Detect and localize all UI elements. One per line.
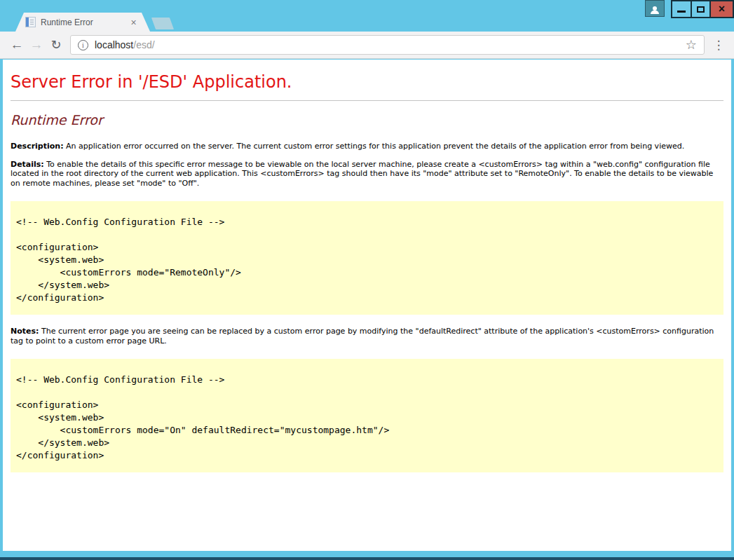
browser-toolbar: ← → ↻ i localhost/esd/ ☆ ⋮ — [0, 32, 734, 59]
maximize-icon — [697, 6, 705, 13]
notes-text: The current error page you are seeing ca… — [11, 327, 714, 346]
window-close-button[interactable]: × — [709, 0, 734, 18]
profile-avatar-button[interactable] — [645, 0, 665, 17]
notes-label: Notes: — [11, 327, 39, 336]
reload-button[interactable]: ↻ — [46, 35, 66, 55]
page-info-icon[interactable]: i — [78, 40, 88, 50]
url-host: localhost — [95, 39, 133, 50]
web-config-code-block-2: <!-- Web.Config Configuration File --> <… — [11, 359, 723, 472]
description-label: Description: — [11, 142, 64, 151]
description-paragraph: Description: An application error occurr… — [11, 142, 723, 151]
page-favicon-icon — [25, 17, 36, 27]
error-subtitle: Runtime Error — [11, 112, 723, 128]
details-text: To enable the details of this specific e… — [11, 160, 713, 188]
maximize-button[interactable] — [691, 0, 711, 18]
tab-strip: Runtime Error × × — [0, 0, 734, 32]
details-paragraph: Details: To enable the details of this s… — [11, 160, 723, 189]
tab-close-icon[interactable]: × — [128, 17, 139, 27]
browser-menu-icon[interactable]: ⋮ — [712, 38, 726, 53]
forward-icon: → — [30, 37, 43, 53]
title-divider — [11, 100, 723, 101]
notes-paragraph: Notes: The current error page you are se… — [11, 327, 723, 346]
back-button[interactable]: ← — [7, 35, 27, 55]
new-tab-button[interactable] — [151, 18, 174, 29]
bookmark-star-icon[interactable]: ☆ — [686, 37, 697, 53]
back-icon: ← — [11, 37, 24, 53]
browser-tab[interactable]: Runtime Error × — [15, 13, 150, 32]
forward-button[interactable]: → — [27, 35, 46, 55]
window-bottom-border — [0, 557, 734, 560]
web-config-code-block-1: <!-- Web.Config Configuration File --> <… — [11, 201, 723, 315]
window-controls: × — [645, 0, 734, 18]
minimize-icon — [677, 11, 686, 13]
reload-icon: ↻ — [50, 37, 61, 53]
url-text: localhost/esd/ — [95, 39, 155, 50]
page-title: Server Error in '/ESD' Application. — [11, 72, 723, 92]
address-bar[interactable]: i localhost/esd/ ☆ — [70, 35, 705, 55]
details-label: Details: — [11, 160, 44, 169]
error-page: Server Error in '/ESD' Application. Runt… — [3, 60, 731, 490]
minimize-button[interactable] — [671, 0, 692, 18]
person-icon — [651, 6, 659, 14]
url-path: /esd/ — [133, 39, 154, 50]
description-text: An application error occurred on the ser… — [64, 142, 685, 151]
page-viewport: Server Error in '/ESD' Application. Runt… — [3, 60, 731, 551]
tab-title: Runtime Error — [41, 18, 128, 27]
